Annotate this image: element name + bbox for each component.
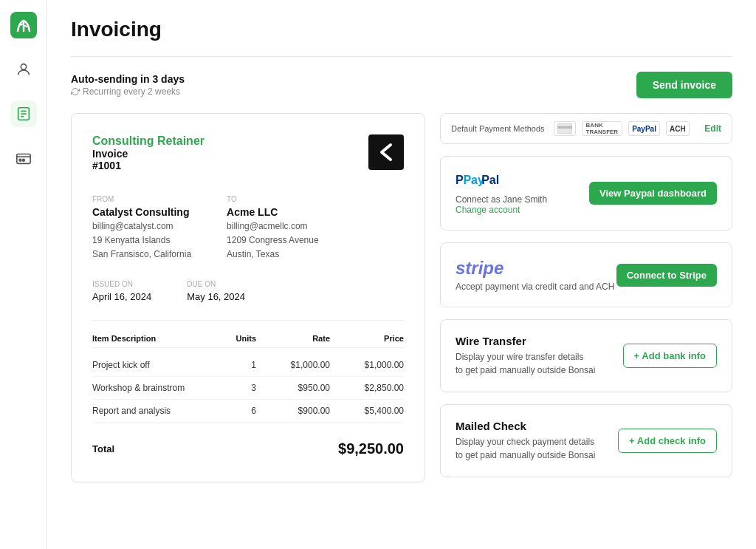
- invoice-total: Total $9,250.00: [92, 432, 404, 457]
- invoice-dates: Issued on April 16, 2024 Due on May 16, …: [92, 280, 404, 302]
- table-row: Report and analysis 6 $900.00 $5,400.00: [92, 400, 404, 423]
- item-description: Report and analysis: [92, 406, 197, 416]
- main-content: Invoicing Auto-sending in 3 days Recurri…: [47, 0, 756, 549]
- sidebar-item-payments[interactable]: [10, 145, 37, 171]
- sidebar: [0, 0, 47, 549]
- paypal-info: P Pay Pal Connect as Jane Smith Change a…: [456, 171, 547, 215]
- check-info: Mailed Check Display your check payment …: [456, 420, 595, 462]
- svg-rect-9: [371, 137, 401, 167]
- svg-text:P: P: [456, 174, 464, 186]
- paypal-change-account[interactable]: Change account: [456, 205, 547, 215]
- items-header: Item Description Units Rate Price: [92, 330, 404, 348]
- invoice-header: Consulting Retainer Invoice #1001: [92, 134, 404, 171]
- item-units: 1: [197, 360, 256, 370]
- due-label: Due on: [187, 280, 245, 288]
- auto-sending-sub: Recurring every 2 weeks: [71, 86, 185, 97]
- payment-methods-bar: Default Payment Methods BANKTRANSFER Pay…: [440, 113, 732, 144]
- paypal-logo: P Pay Pal: [456, 171, 547, 191]
- check-sub: Display your check payment details to ge…: [456, 435, 595, 462]
- from-label: From: [92, 195, 191, 203]
- total-label: Total: [92, 443, 114, 454]
- col-description: Item Description: [92, 334, 197, 343]
- auto-sending-info: Auto-sending in 3 days Recurring every 2…: [71, 73, 185, 97]
- invoice-company-logo: [368, 134, 404, 170]
- bank-transfer-icon: BANKTRANSFER: [582, 121, 623, 136]
- due-date-block: Due on May 16, 2024: [187, 280, 245, 302]
- issued-label: Issued on: [92, 280, 151, 288]
- stripe-sub: Accept payment via credit card and ACH: [456, 282, 614, 292]
- item-price: $2,850.00: [330, 383, 404, 393]
- svg-rect-11: [557, 126, 572, 129]
- wire-info: Wire Transfer Display your wire transfer…: [456, 335, 595, 377]
- top-bar: Auto-sending in 3 days Recurring every 2…: [71, 72, 732, 98]
- invoice-title-block: Consulting Retainer Invoice #1001: [92, 134, 205, 171]
- issued-date-block: Issued on April 16, 2024: [92, 280, 151, 302]
- item-rate: $900.00: [256, 406, 330, 416]
- from-details: billing@catalyst.com 19 Kenyatta Islands…: [92, 219, 191, 262]
- add-bank-info-button[interactable]: + Add bank info: [623, 344, 717, 368]
- paypal-connected-as: Connect as Jane Smith: [456, 194, 547, 205]
- col-rate: Rate: [256, 334, 330, 343]
- paypal-card: P Pay Pal Connect as Jane Smith Change a…: [440, 156, 732, 231]
- item-units: 6: [197, 406, 256, 416]
- sidebar-item-contacts[interactable]: [10, 56, 37, 83]
- table-row: Project kick off 1 $1,000.00 $1,000.00: [92, 354, 404, 377]
- item-price: $1,000.00: [330, 360, 404, 370]
- content-area: Consulting Retainer Invoice #1001 From C…: [71, 113, 732, 482]
- page-title: Invoicing: [71, 18, 732, 41]
- stripe-logo: stripe: [456, 258, 614, 279]
- header-divider: [71, 56, 732, 57]
- wire-title: Wire Transfer: [456, 335, 595, 347]
- invoice-parties: From Catalyst Consulting billing@catalys…: [92, 195, 404, 262]
- wire-transfer-card: Wire Transfer Display your wire transfer…: [440, 319, 732, 392]
- issued-date: April 16, 2024: [92, 291, 151, 302]
- svg-text:Pal: Pal: [481, 174, 499, 186]
- paypal-bar-icon: PayPal: [628, 121, 660, 136]
- recurring-icon: [71, 87, 80, 96]
- from-block: From Catalyst Consulting billing@catalys…: [92, 195, 191, 262]
- mailed-check-card: Mailed Check Display your check payment …: [440, 404, 732, 477]
- send-invoice-button[interactable]: Send invoice: [636, 72, 732, 98]
- wire-sub: Display your wire transfer details to ge…: [456, 350, 595, 377]
- total-amount: $9,250.00: [338, 440, 404, 457]
- invoice-items: Item Description Units Rate Price Projec…: [92, 320, 404, 423]
- invoice-panel: Consulting Retainer Invoice #1001 From C…: [71, 113, 425, 482]
- ach-icon: ACH: [666, 121, 690, 136]
- view-paypal-dashboard-button[interactable]: View Paypal dashboard: [589, 182, 717, 205]
- connect-stripe-button[interactable]: Connect to Stripe: [616, 264, 717, 287]
- col-price: Price: [330, 334, 404, 343]
- to-label: To: [227, 195, 319, 203]
- to-name: Acme LLC: [227, 206, 319, 218]
- svg-point-7: [19, 159, 21, 161]
- table-row: Workshop & brainstrom 3 $950.00 $2,850.0…: [92, 377, 404, 400]
- col-units: Units: [197, 334, 256, 343]
- item-rate: $1,000.00: [256, 360, 330, 370]
- add-check-info-button[interactable]: + Add check info: [618, 429, 717, 453]
- edit-payment-methods[interactable]: Edit: [704, 123, 721, 134]
- invoice-number: #1001: [92, 160, 205, 171]
- pm-bar-label: Default Payment Methods: [451, 124, 545, 133]
- to-details: billing@acmellc.com 1209 Congress Avenue…: [227, 219, 319, 262]
- invoice-type: Consulting Retainer: [92, 134, 205, 148]
- svg-point-8: [22, 159, 24, 161]
- invoice-label: Invoice: [92, 148, 205, 160]
- auto-sending-title: Auto-sending in 3 days: [71, 73, 185, 85]
- item-units: 3: [197, 383, 256, 393]
- to-block: To Acme LLC billing@acmellc.com 1209 Con…: [227, 195, 319, 262]
- from-name: Catalyst Consulting: [92, 206, 191, 218]
- right-panel: Default Payment Methods BANKTRANSFER Pay…: [440, 113, 732, 482]
- svg-point-1: [21, 64, 26, 69]
- stripe-card: stripe Accept payment via credit card an…: [440, 242, 732, 307]
- item-description: Project kick off: [92, 360, 197, 370]
- app-logo: [10, 12, 37, 38]
- stripe-info: stripe Accept payment via credit card an…: [456, 258, 614, 292]
- sidebar-item-invoicing[interactable]: [10, 100, 37, 127]
- due-date: May 16, 2024: [187, 291, 245, 302]
- item-description: Workshop & brainstrom: [92, 383, 197, 393]
- item-price: $5,400.00: [330, 406, 404, 416]
- check-title: Mailed Check: [456, 420, 595, 432]
- card-icon: [554, 121, 576, 136]
- item-rate: $950.00: [256, 383, 330, 393]
